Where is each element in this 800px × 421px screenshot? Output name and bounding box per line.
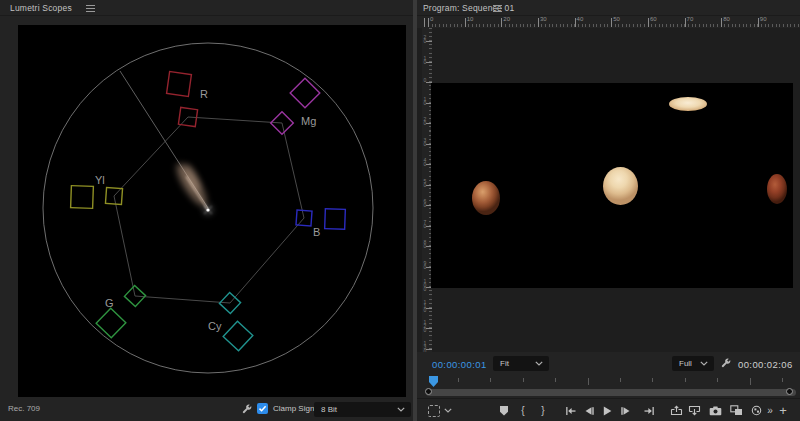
target-label-B: B <box>313 226 320 238</box>
comparison-view-icon <box>730 405 743 416</box>
ruler-tick-label: 90 <box>760 16 767 22</box>
playhead[interactable] <box>429 376 438 387</box>
monitor-pasteboard: 20100102030405060708090100110120130 <box>417 28 800 352</box>
ruler-tick <box>611 18 612 27</box>
ruler-tick <box>538 18 539 27</box>
ruler-tick-label: 40 <box>577 16 584 22</box>
ruler-tick-label: 50 <box>423 179 427 187</box>
lumetri-panel-tab[interactable]: Lumetri Scopes <box>10 3 72 13</box>
comparison-view-button[interactable] <box>730 399 743 421</box>
color-standard-label: Rec. 709 <box>8 404 40 413</box>
target-label-R: R <box>200 88 208 100</box>
zoom-scrollbar <box>417 388 800 398</box>
ruler-tick-label: 110 <box>423 300 427 312</box>
ruler-tick-label: 80 <box>723 16 730 22</box>
video-egg-4 <box>767 174 787 204</box>
ruler-tick-label: 100 <box>423 279 427 291</box>
program-panel-header: Program: Sequence 01 <box>417 0 800 16</box>
scope-settings-wrench-icon[interactable] <box>241 403 253 415</box>
ruler-tick-label: 20 <box>423 117 427 125</box>
zoom-handle-right[interactable] <box>786 388 793 395</box>
monitor-settings-wrench-icon[interactable] <box>720 357 732 369</box>
monitor-display-settings-button[interactable] <box>427 399 441 421</box>
center-point <box>206 208 209 211</box>
ruler-tick <box>648 18 649 27</box>
timeline-tick <box>782 378 783 382</box>
timeline-tick <box>555 378 556 382</box>
zoom-level-dropdown[interactable]: Fit <box>493 356 549 371</box>
ruler-tick-label: 20 <box>423 35 427 43</box>
target-box-Cy-outer <box>223 321 253 351</box>
premiere-workspace: Lumetri Scopes RMgBCyGYl Rec. 709 Clamp … <box>0 0 800 421</box>
lift-icon <box>670 405 683 416</box>
extract-icon <box>688 405 701 416</box>
button-editor-button[interactable]: + <box>776 399 790 421</box>
vectorscope-graticule: RMgBCyGYl <box>18 25 406 397</box>
ruler-tick-label: 90 <box>423 261 427 269</box>
ruler-tick-label: 10 <box>467 16 474 22</box>
step-forward-button[interactable] <box>620 399 631 421</box>
play-button[interactable] <box>602 399 612 421</box>
monitor-timeline[interactable] <box>417 375 800 388</box>
ruler-tick <box>685 18 686 27</box>
double-chevron-icon: » <box>767 405 773 416</box>
target-label-G: G <box>105 297 114 309</box>
target-label-Yl: Yl <box>95 174 105 186</box>
vectorscope-display: RMgBCyGYl <box>18 25 406 397</box>
transport-controls: { } » + <box>417 398 800 421</box>
zoom-handle-left[interactable] <box>425 388 432 395</box>
ruler-tick-label: 50 <box>613 16 620 22</box>
ruler-tick <box>465 18 466 27</box>
ruler-tick-label: 30 <box>540 16 547 22</box>
export-frame-button[interactable] <box>709 399 722 421</box>
timeline-tick <box>717 378 718 382</box>
mark-in-icon: { <box>521 405 524 416</box>
chevron-down-icon <box>700 361 708 366</box>
current-timecode[interactable]: 00:00:00:01 <box>432 359 487 370</box>
extract-button[interactable] <box>688 399 701 421</box>
lumetri-footer-bar: Rec. 709 Clamp Signal 8 Bit <box>0 397 413 421</box>
ruler-tick <box>428 18 429 27</box>
lumetri-panel-header: Lumetri Scopes <box>0 0 413 16</box>
marker-icon <box>500 406 508 416</box>
mark-in-button[interactable]: { <box>518 399 528 421</box>
ruler-tick-label: 60 <box>650 16 657 22</box>
dashed-frame-icon <box>428 405 440 417</box>
clamp-signal-checkbox[interactable] <box>257 403 268 414</box>
video-egg-3 <box>669 97 707 111</box>
chevron-down-icon <box>535 361 543 366</box>
lift-button[interactable] <box>670 399 683 421</box>
step-back-icon <box>584 406 595 416</box>
target-box-R-outer <box>167 72 192 97</box>
step-back-button[interactable] <box>584 399 595 421</box>
panel-menu-icon[interactable] <box>86 5 95 12</box>
go-to-in-button[interactable] <box>565 399 577 421</box>
bit-depth-dropdown[interactable]: 8 Bit <box>314 402 411 417</box>
multi-camera-button[interactable] <box>750 399 762 421</box>
ruler-tick-label: 80 <box>423 240 427 248</box>
timeline-tick <box>490 378 491 382</box>
lumetri-scopes-panel: Lumetri Scopes RMgBCyGYl Rec. 709 Clamp … <box>0 0 413 421</box>
ruler-tick-label: 30 <box>423 138 427 146</box>
ruler-tick-label: 20 <box>503 16 510 22</box>
duration-timecode: 00:00:02:06 <box>738 359 793 370</box>
video-egg-2 <box>603 167 638 205</box>
ruler-tick <box>501 18 502 27</box>
plus-icon: + <box>779 403 787 418</box>
playback-resolution-dropdown[interactable]: Full <box>672 356 714 371</box>
ruler-tick-label: 10 <box>423 97 427 105</box>
program-video-frame[interactable] <box>431 83 793 288</box>
multi-camera-icon <box>751 405 762 416</box>
more-buttons-button[interactable]: » <box>764 399 776 421</box>
panel-menu-icon[interactable] <box>493 5 502 12</box>
play-icon <box>603 406 612 416</box>
zoom-scrollbar-track[interactable] <box>426 389 796 396</box>
settings-chevron-icon[interactable] <box>443 399 453 421</box>
mark-out-button[interactable]: } <box>538 399 548 421</box>
add-marker-button[interactable] <box>499 399 509 421</box>
timeline-tick <box>620 378 621 382</box>
target-label-Cy: Cy <box>208 320 222 332</box>
go-to-in-icon <box>565 406 577 416</box>
go-to-out-button[interactable] <box>643 399 655 421</box>
chevron-down-icon <box>397 407 405 412</box>
